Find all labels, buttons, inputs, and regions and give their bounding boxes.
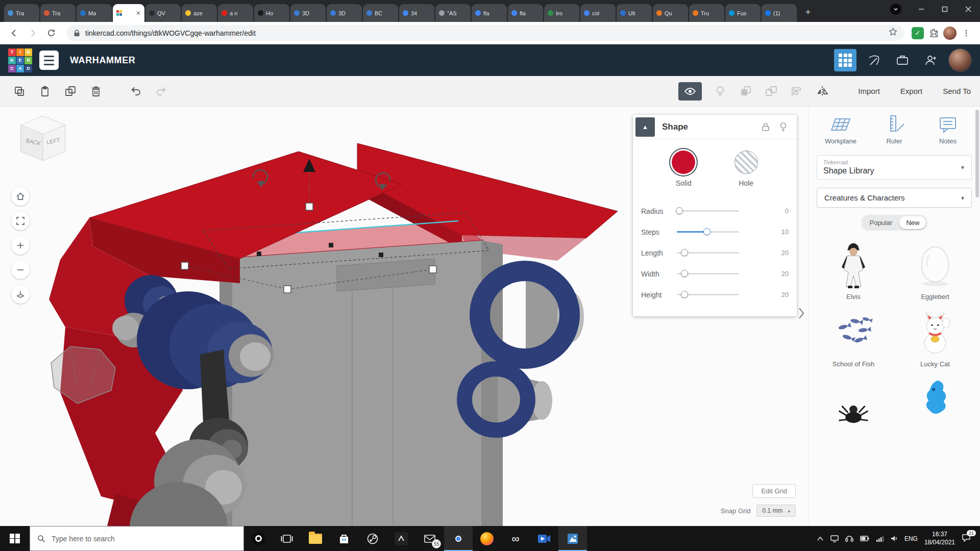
lock-shape-icon[interactable] [761,122,770,132]
bookmark-star-icon[interactable] [889,28,897,38]
hole-swatch[interactable] [734,151,758,174]
material-light-button[interactable] [710,81,730,102]
slider-track[interactable] [677,210,739,212]
invite-user-button[interactable] [920,49,942,71]
menu-button[interactable] [39,51,59,70]
browser-tab[interactable]: a n [218,4,253,22]
browser-tab[interactable]: Ho [254,4,289,22]
slider-knob[interactable] [681,291,688,298]
browser-tab[interactable]: col [580,4,616,22]
browser-tab[interactable]: 34 [399,4,434,22]
show-all-button[interactable] [678,82,702,101]
new-tab-button[interactable]: + [801,5,815,19]
shape-card-partial[interactable] [816,373,891,436]
send-to-button[interactable]: Send To [943,87,971,95]
close-button[interactable] [957,0,980,18]
firefox-icon[interactable] [473,526,501,551]
scale-handle[interactable] [306,203,313,210]
tinkercad-logo[interactable]: TINKERCAD [8,48,32,72]
browser-tab[interactable]: aze [182,4,217,22]
filter-popular[interactable]: Popular [863,216,900,229]
slider-knob[interactable] [676,207,683,214]
sidebar-scrollbar[interactable] [975,110,979,197]
monitor-icon[interactable] [830,535,839,542]
microsoft-store-icon[interactable] [330,526,358,551]
taskbar-clock[interactable]: 16:37 18/04/2021 [924,531,955,546]
photos-icon[interactable] [558,526,587,551]
refresh-button[interactable] [43,25,59,41]
extension-check-icon[interactable]: ✓ [912,27,924,39]
duplicate-button[interactable] [60,81,81,102]
browser-profile-avatar[interactable] [943,27,957,40]
infinity-app-icon[interactable]: ∞ [501,526,530,551]
classroom-bag-button[interactable] [891,49,914,71]
workplane-tool[interactable]: Workplane [817,114,864,145]
mail-icon[interactable]: 55 [415,526,444,551]
game-launcher-icon[interactable] [387,526,415,551]
opera-icon[interactable] [244,526,273,551]
minimize-button[interactable] [910,0,933,18]
category-dropdown[interactable]: Creatures & Characters ▼ [817,188,972,208]
paste-button[interactable] [35,81,55,102]
scale-handle[interactable] [181,262,188,269]
back-button[interactable] [6,25,22,41]
solid-swatch[interactable] [672,151,695,174]
slider-knob[interactable] [681,249,688,256]
browser-tab[interactable]: fla [472,4,507,22]
browser-tab[interactable]: Tru [689,4,724,22]
network-signal-icon[interactable] [876,536,884,542]
model-gray-body[interactable] [219,240,503,526]
maximize-button[interactable] [933,0,957,18]
zoom-in-button[interactable] [11,236,30,255]
undo-button[interactable] [126,81,146,102]
design-title[interactable]: WARHAMMER [70,55,135,66]
chrome-icon[interactable] [444,526,473,551]
redo-button[interactable] [151,81,172,102]
panel-expander[interactable] [798,307,805,322]
view-cube[interactable]: BACK LEFT [13,113,72,164]
dimension-handle[interactable] [379,253,383,257]
group-button[interactable] [736,81,756,102]
delete-button[interactable] [86,81,106,102]
tab-close-icon[interactable]: ✕ [136,10,141,17]
start-button[interactable] [0,526,30,551]
minecraft-pickaxe-button[interactable] [863,49,885,71]
scale-handle[interactable] [429,266,436,273]
browser-tab[interactable]: Ma [77,4,112,22]
import-button[interactable]: Import [858,87,880,95]
slider-knob[interactable] [681,270,688,277]
snap-grid-dropdown[interactable]: 0.1 mm▴ [756,505,796,517]
browser-tab[interactable]: BC [363,4,398,22]
browser-tab[interactable]: fla [508,4,543,22]
scale-handle[interactable] [284,286,291,293]
steam-icon[interactable] [358,526,387,551]
dashboard-grid-button[interactable] [834,49,856,71]
extensions-puzzle-icon[interactable] [926,26,941,41]
task-view-icon[interactable] [273,526,301,551]
shape-card-partial[interactable] [897,373,973,436]
forward-button[interactable] [24,25,41,41]
dimension-handle[interactable] [257,252,261,256]
volume-icon[interactable] [891,535,898,542]
slider-knob[interactable] [703,228,710,235]
filter-new[interactable]: New [899,216,926,229]
collapse-panel-button[interactable]: ▲ [635,117,655,137]
hide-shape-icon[interactable] [779,122,787,132]
browser-tab[interactable]: Ult [617,4,652,22]
export-button[interactable]: Export [900,87,922,95]
notes-tool[interactable]: Notes [924,114,971,145]
headset-icon[interactable] [845,535,853,542]
ungroup-button[interactable] [761,81,781,102]
browser-tab[interactable]: Qu [653,4,688,22]
url-field[interactable]: tinkercad.com/things/dtkWOGVCgqe-warhamm… [66,25,904,41]
slider-track[interactable] [677,252,739,254]
perspective-toggle-button[interactable] [11,285,30,304]
browser-tab-active[interactable]: ✕ [113,4,144,22]
browser-tab[interactable]: 3D [290,4,326,22]
browser-menu-icon[interactable] [959,26,974,41]
shape-card-elvis[interactable]: Elvis [816,239,891,301]
hole-option[interactable]: Hole [734,151,758,187]
shape-card-school-of-fish[interactable]: School of Fish [816,306,891,368]
tab-search-button[interactable] [890,4,901,15]
action-center-button[interactable]: 21 [962,534,974,544]
